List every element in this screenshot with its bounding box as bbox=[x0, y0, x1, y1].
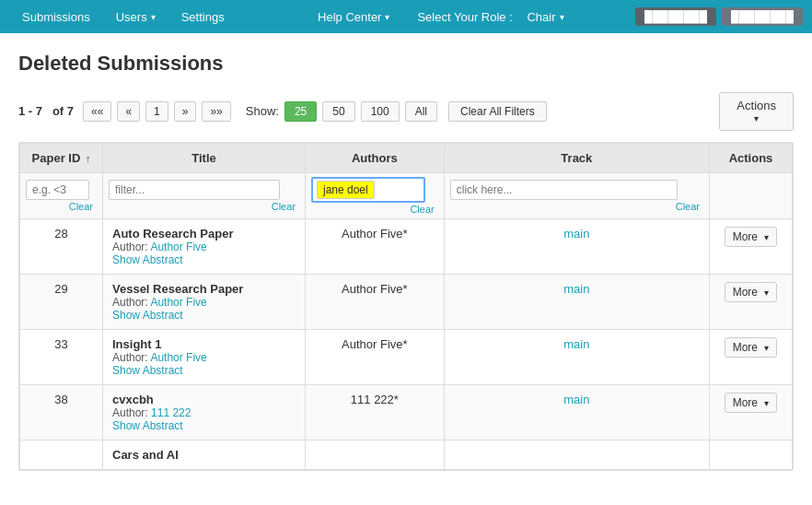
paper-author: Author: 111 222 bbox=[112, 406, 296, 419]
col-title: Title bbox=[103, 143, 306, 172]
show-abstract-link[interactable]: Show Abstract bbox=[112, 253, 296, 266]
clear-filters-button[interactable]: Clear All Filters bbox=[448, 101, 547, 122]
show-100-button[interactable]: 100 bbox=[361, 101, 400, 122]
author-name[interactable]: Author Five bbox=[150, 351, 206, 364]
filter-authors-wrapper: jane doel bbox=[311, 177, 425, 203]
submissions-table: Paper ID ↑ Title Authors Track Actions C… bbox=[18, 142, 794, 471]
more-button[interactable]: More ▾ bbox=[725, 393, 778, 413]
actions-cell bbox=[710, 440, 793, 469]
paper-title: Vessel Research Paper bbox=[112, 282, 296, 296]
paper-id-cell: 28 bbox=[20, 218, 103, 274]
filter-track-cell: Clear bbox=[444, 172, 709, 218]
paper-title: Cars and AI bbox=[112, 448, 296, 462]
paper-id-cell: 38 bbox=[20, 384, 103, 440]
actions-caret-icon: ▾ bbox=[754, 113, 759, 124]
navbar-right: ████████ ████████ bbox=[635, 7, 803, 26]
nav-help-center[interactable]: Help Center ▾ bbox=[305, 0, 402, 33]
more-caret-icon: ▾ bbox=[764, 398, 769, 408]
navbar-left: Submissions Users ▾ Settings bbox=[9, 0, 238, 33]
more-caret-icon: ▾ bbox=[764, 343, 769, 353]
track-cell: main bbox=[444, 274, 709, 329]
filter-authors-inner: jane doel Clear bbox=[311, 177, 438, 215]
authors-cell: Author Five* bbox=[306, 218, 445, 274]
track-cell bbox=[444, 440, 709, 469]
col-actions: Actions bbox=[710, 143, 793, 172]
nav-role[interactable]: Chair ▾ bbox=[523, 0, 567, 33]
paper-author: Author: Author Five bbox=[112, 351, 296, 364]
paper-title: Insight 1 bbox=[112, 337, 296, 351]
next-page-button[interactable]: » bbox=[174, 101, 197, 122]
page-1-button[interactable]: 1 bbox=[145, 101, 168, 122]
show-50-button[interactable]: 50 bbox=[322, 101, 354, 122]
filter-actions-cell bbox=[710, 172, 793, 218]
actions-button[interactable]: Actions ▾ bbox=[719, 92, 794, 131]
last-page-button[interactable]: »» bbox=[202, 101, 230, 122]
prev-page-button[interactable]: « bbox=[117, 101, 140, 122]
user-button-1[interactable]: ████████ bbox=[635, 7, 716, 26]
role-caret-icon: ▾ bbox=[560, 12, 564, 22]
filter-paper-id-inner: Clear bbox=[26, 180, 97, 212]
table-row: Cars and AI bbox=[20, 440, 793, 469]
more-button[interactable]: More ▾ bbox=[725, 337, 778, 358]
filter-title-clear[interactable]: Clear bbox=[109, 201, 299, 212]
paper-title: Auto Research Paper bbox=[112, 227, 296, 241]
col-track: Track bbox=[444, 143, 709, 172]
filter-paper-id-input[interactable] bbox=[26, 180, 89, 200]
table-row: 38cvxcbhAuthor: 111 222Show Abstract111 … bbox=[20, 384, 793, 440]
track-cell: main bbox=[444, 384, 709, 440]
author-name[interactable]: 111 222 bbox=[151, 406, 191, 419]
role-select-label: Select Your Role : Chair ▾ bbox=[417, 0, 567, 33]
filter-track-clear[interactable]: Clear bbox=[450, 201, 703, 212]
title-cell: Vessel Research PaperAuthor: Author Five… bbox=[103, 274, 306, 329]
show-abstract-link[interactable]: Show Abstract bbox=[112, 309, 296, 322]
filter-row: Clear Clear jane doel bbox=[20, 172, 793, 218]
filter-title-input[interactable] bbox=[109, 180, 280, 200]
filter-track-input[interactable] bbox=[450, 180, 679, 200]
table-row: 29Vessel Research PaperAuthor: Author Fi… bbox=[20, 274, 793, 329]
actions-cell: More ▾ bbox=[710, 329, 793, 384]
more-caret-icon: ▾ bbox=[764, 232, 769, 242]
show-abstract-link[interactable]: Show Abstract bbox=[112, 419, 296, 432]
author-name[interactable]: Author Five bbox=[150, 296, 206, 309]
user-button-2[interactable]: ████████ bbox=[722, 7, 803, 26]
navbar: Submissions Users ▾ Settings Help Center… bbox=[0, 0, 812, 33]
table-row: 33Insight 1Author: Author FiveShow Abstr… bbox=[20, 329, 793, 384]
paper-author: Author: Author Five bbox=[112, 296, 296, 309]
show-abstract-link[interactable]: Show Abstract bbox=[112, 364, 296, 377]
more-caret-icon: ▾ bbox=[764, 288, 769, 298]
filter-authors-clear[interactable]: Clear bbox=[311, 204, 438, 215]
nav-submissions[interactable]: Submissions bbox=[9, 0, 103, 33]
nav-users[interactable]: Users ▾ bbox=[103, 0, 168, 33]
table-header-row: Paper ID ↑ Title Authors Track Actions bbox=[20, 143, 793, 172]
nav-settings[interactable]: Settings bbox=[168, 0, 238, 33]
filter-authors-cell: jane doel Clear bbox=[306, 172, 445, 218]
users-caret-icon: ▾ bbox=[151, 12, 156, 22]
paper-author: Author: Author Five bbox=[112, 241, 296, 253]
filter-paper-id-cell: Clear bbox=[20, 172, 103, 218]
author-name[interactable]: Author Five bbox=[150, 241, 206, 253]
actions-cell: More ▾ bbox=[710, 274, 793, 329]
col-paper-id: Paper ID ↑ bbox=[20, 143, 103, 172]
show-25-button[interactable]: 25 bbox=[284, 101, 317, 122]
title-cell: cvxcbhAuthor: 111 222Show Abstract bbox=[103, 384, 306, 440]
col-authors: Authors bbox=[306, 143, 445, 172]
authors-cell: 111 222* bbox=[306, 384, 445, 440]
help-caret-icon: ▾ bbox=[385, 12, 389, 22]
title-cell: Insight 1Author: Author FiveShow Abstrac… bbox=[103, 329, 306, 384]
paper-id-cell bbox=[20, 440, 103, 469]
filter-title-cell: Clear bbox=[103, 172, 306, 218]
show-all-button[interactable]: All bbox=[405, 101, 437, 122]
filter-title-inner: Clear bbox=[109, 180, 299, 212]
actions-outer: Actions ▾ bbox=[719, 92, 794, 131]
filter-paper-id-clear[interactable]: Clear bbox=[26, 201, 97, 212]
authors-cell: Author Five* bbox=[306, 329, 445, 384]
authors-cell bbox=[306, 440, 445, 469]
paper-title: cvxcbh bbox=[112, 393, 296, 406]
more-button[interactable]: More ▾ bbox=[725, 227, 778, 247]
title-cell: Cars and AI bbox=[103, 440, 306, 469]
first-page-button[interactable]: «« bbox=[83, 101, 111, 122]
sort-icon[interactable]: ↑ bbox=[86, 153, 91, 164]
more-button[interactable]: More ▾ bbox=[725, 282, 778, 302]
main-content: Deleted Submissions 1 - 7 of 7 «« « 1 » … bbox=[0, 33, 812, 505]
page-title: Deleted Submissions bbox=[18, 52, 794, 76]
